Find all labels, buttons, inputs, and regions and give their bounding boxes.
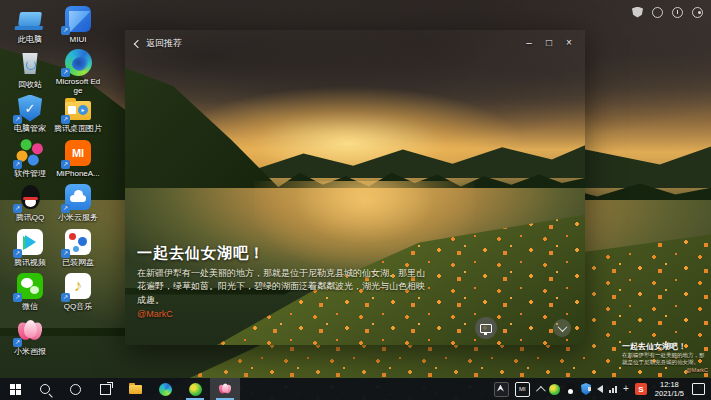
search-icon [40,384,50,394]
task-view-button[interactable] [90,378,120,400]
search-button[interactable] [30,378,60,400]
clover-icon: ↗ [15,138,45,168]
cortana-icon [70,384,81,395]
shortcut-arrow-icon: ↗ [61,26,70,35]
molecule-icon: ↗ [63,227,93,257]
gallery-window: 返回推荐 – □ × 一起去仙女湖吧！ 在新疆伊犁有一处美丽的地方，那就是位于尼… [125,30,585,345]
desktop-icon-mi-cloud[interactable]: ↗ 小米云服务 [54,182,102,227]
flower-icon [219,383,232,396]
windows-logo-icon [10,384,21,395]
desktop-icon-this-pc[interactable]: 此电脑 [6,4,54,49]
desktop-icon-tencent-media-folder[interactable]: ▸↗ 腾讯桌面图片 [54,93,102,138]
taskbar-left [0,378,240,400]
desktop-icon-netdisk[interactable]: ↗ 已装网盘 [54,227,102,272]
tray-qq-music-icon[interactable] [549,384,560,395]
flower-icon: ↗ [15,316,45,346]
icon-label: 小米云服务 [58,213,98,222]
window-controls: – □ × [519,34,579,50]
sogou-input-icon[interactable]: S [635,383,647,395]
edge-icon [159,383,172,396]
icon-label: 已装网盘 [62,258,94,267]
music-note-icon: ♪↗ [63,271,93,301]
desktop-icon-recycle-bin[interactable]: 回收站 [6,49,54,94]
desktop-icon-tencent-video[interactable]: ↗ 腾讯视频 [6,227,54,272]
tray-mi-icon[interactable]: MI [515,382,530,397]
mi-gallery-taskbar-button[interactable] [210,378,240,400]
shortcut-arrow-icon: ↗ [61,249,70,258]
laptop-icon [15,4,45,34]
cloud-icon: ↗ [63,182,93,212]
icon-label: 此电脑 [18,35,42,44]
tray-app-icon[interactable] [494,382,509,397]
network-icon[interactable] [609,386,617,393]
icon-label: MIUI [70,35,87,44]
shortcut-arrow-icon: ↗ [13,338,22,347]
back-button[interactable]: 返回推荐 [135,37,182,50]
clock[interactable]: 12:18 2021/1/5 [653,380,686,399]
photo-caption-author[interactable]: @MarkC [137,309,437,319]
shortcut-arrow-icon: ↗ [61,115,70,124]
task-view-icon [100,384,111,395]
expand-button[interactable] [553,319,571,337]
desktop-icon-qq-music[interactable]: ♪↗ QQ音乐 [54,271,102,316]
wechat-icon: ↗ [15,271,45,301]
wallpaper-caption: 一起去仙女湖吧！ 在新疆伊犁有一处美丽的地方，那就是位于尼勒克县城的仙女湖。 @… [622,341,708,373]
desktop-icon-mi-gallery[interactable]: ↗ 小米画报 [6,316,54,361]
qq-music-taskbar-button[interactable] [180,378,210,400]
monitor-icon [480,324,492,333]
desktop-icon-mi-phone-assistant[interactable]: MI↗ MiPhoneA... [54,138,102,183]
wallpaper-caption-author: @MarkC [622,367,708,373]
desktop-icon-pc-manager[interactable]: ✓↗ 电脑管家 [6,93,54,138]
icon-label: 微信 [22,302,38,311]
desktop-icon-software-manager[interactable]: ↗ 软件管理 [6,138,54,183]
icon-label: 腾讯桌面图片 [54,124,102,133]
chevron-down-icon [557,322,567,332]
file-explorer-button[interactable] [120,378,150,400]
action-center-button[interactable] [692,383,705,395]
cortana-button[interactable] [60,378,90,400]
desktop-icon-tencent-qq[interactable]: ↗ 腾讯QQ [6,182,54,227]
input-indicator-icon[interactable]: + [623,384,629,394]
minimize-button[interactable]: – [519,34,539,50]
media-folder-icon: ▸↗ [63,93,93,123]
wallpaper-caption-description: 在新疆伊犁有一处美丽的地方，那就是位于尼勒克县城的仙女湖。 [622,352,708,367]
icon-label: 腾讯QQ [16,213,44,222]
shortcut-arrow-icon: ↗ [13,115,22,124]
icon-label: 软件管理 [14,169,46,178]
chevron-left-icon [134,39,142,47]
desktop-icon-edge[interactable]: ↗ Microsoft Edge [54,49,102,94]
miui-folder-icon: ↗ [63,4,93,34]
maximize-button[interactable]: □ [539,34,559,50]
close-button[interactable]: × [559,34,579,50]
edge-taskbar-button[interactable] [150,378,180,400]
system-tray: MI + S 12:18 2021/1/5 [494,378,711,400]
shortcut-arrow-icon: ↗ [13,204,22,213]
hidden-icons-chevron[interactable] [536,386,543,393]
shield-icon: ✓↗ [15,93,45,123]
clock-time: 12:18 [655,380,684,389]
start-button[interactable] [0,378,30,400]
desktop-icon-grid: 此电脑 回收站 ✓↗ 电脑管家 ↗ 软件管理 ↗ 腾讯QQ ↗ 腾讯视频 ↗ 微… [6,4,106,360]
photo-caption-title: 一起去仙女湖吧！ [137,244,437,263]
desktop-icon-wechat[interactable]: ↗ 微信 [6,271,54,316]
shield-tool-icon[interactable] [632,7,643,18]
edge-icon: ↗ [63,49,93,76]
history-tool-icon[interactable] [672,7,683,18]
desktop-icon-miui[interactable]: ↗ MIUI [54,4,102,49]
qq-penguin-icon: ↗ [15,182,45,212]
shortcut-arrow-icon: ↗ [61,160,70,169]
set-wallpaper-button[interactable] [475,317,497,339]
shortcut-arrow-icon: ↗ [13,293,22,302]
recycle-bin-icon [15,49,45,79]
tray-qq-icon[interactable] [566,383,575,395]
shortcut-arrow-icon: ↗ [61,293,70,302]
back-button-label: 返回推荐 [146,37,182,50]
eye-tool-icon[interactable] [692,7,703,18]
circle-tool-icon[interactable] [652,7,663,18]
volume-icon[interactable] [597,385,603,393]
tencent-video-icon: ↗ [15,227,45,257]
qq-penguin-icon [566,383,575,395]
icon-label: 小米画报 [14,347,46,356]
shortcut-arrow-icon: ↗ [61,68,70,77]
taskbar: MI + S 12:18 2021/1/5 [0,378,711,400]
